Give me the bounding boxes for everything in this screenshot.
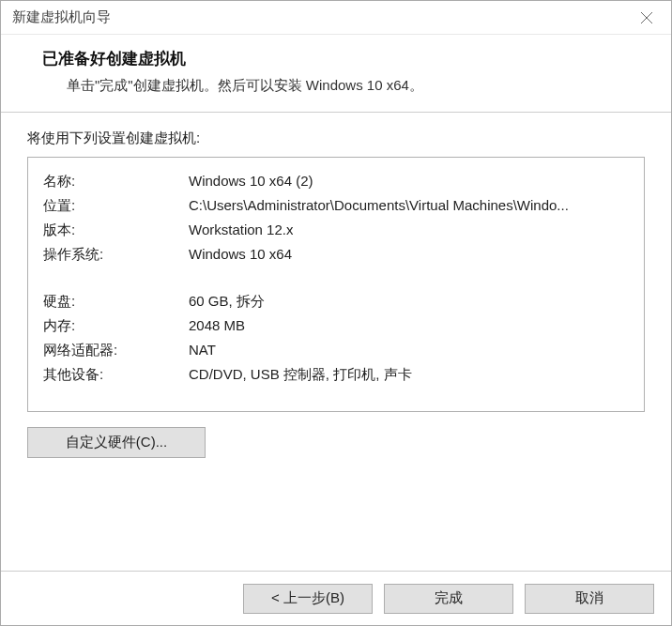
summary-box: 名称: Windows 10 x64 (2) 位置: C:\Users\Admi… bbox=[27, 157, 645, 412]
row-version: 版本: Workstation 12.x bbox=[43, 218, 629, 242]
window-title: 新建虚拟机向导 bbox=[12, 8, 111, 26]
os-value: Windows 10 x64 bbox=[189, 242, 292, 267]
customize-row: 自定义硬件(C)... bbox=[27, 427, 645, 458]
header-area: 已准备好创建虚拟机 单击"完成"创建虚拟机。然后可以安装 Windows 10 … bbox=[1, 35, 671, 113]
titlebar: 新建虚拟机向导 bbox=[1, 1, 671, 35]
close-icon[interactable] bbox=[632, 3, 662, 33]
network-label: 网络适配器: bbox=[43, 338, 189, 362]
other-label: 其他设备: bbox=[43, 362, 189, 387]
customize-hardware-button[interactable]: 自定义硬件(C)... bbox=[27, 427, 206, 458]
location-value: C:\Users\Administrator\Documents\Virtual… bbox=[189, 193, 569, 218]
row-location: 位置: C:\Users\Administrator\Documents\Vir… bbox=[43, 193, 629, 218]
content-area: 将使用下列设置创建虚拟机: 名称: Windows 10 x64 (2) 位置:… bbox=[1, 113, 671, 571]
row-other: 其他设备: CD/DVD, USB 控制器, 打印机, 声卡 bbox=[43, 362, 629, 387]
row-name: 名称: Windows 10 x64 (2) bbox=[43, 169, 629, 193]
finish-button[interactable]: 完成 bbox=[384, 584, 513, 614]
name-label: 名称: bbox=[43, 169, 189, 193]
name-value: Windows 10 x64 (2) bbox=[189, 169, 313, 193]
row-memory: 内存: 2048 MB bbox=[43, 313, 629, 338]
footer: < 上一步(B) 完成 取消 bbox=[1, 571, 671, 625]
memory-value: 2048 MB bbox=[189, 313, 245, 338]
row-os: 操作系统: Windows 10 x64 bbox=[43, 242, 629, 267]
os-label: 操作系统: bbox=[43, 242, 189, 267]
page-subtitle: 单击"完成"创建虚拟机。然后可以安装 Windows 10 x64。 bbox=[67, 77, 643, 95]
version-value: Workstation 12.x bbox=[189, 218, 293, 242]
row-network: 网络适配器: NAT bbox=[43, 338, 629, 362]
location-label: 位置: bbox=[43, 193, 189, 218]
memory-label: 内存: bbox=[43, 313, 189, 338]
version-label: 版本: bbox=[43, 218, 189, 242]
row-disk: 硬盘: 60 GB, 拆分 bbox=[43, 289, 629, 313]
cancel-button[interactable]: 取消 bbox=[525, 584, 654, 614]
back-button[interactable]: < 上一步(B) bbox=[243, 584, 373, 614]
dialog-window: 新建虚拟机向导 已准备好创建虚拟机 单击"完成"创建虚拟机。然后可以安装 Win… bbox=[0, 0, 672, 626]
other-value: CD/DVD, USB 控制器, 打印机, 声卡 bbox=[189, 362, 412, 387]
disk-value: 60 GB, 拆分 bbox=[189, 289, 265, 313]
network-value: NAT bbox=[189, 338, 216, 362]
disk-label: 硬盘: bbox=[43, 289, 189, 313]
intro-text: 将使用下列设置创建虚拟机: bbox=[27, 130, 645, 147]
page-title: 已准备好创建虚拟机 bbox=[42, 48, 643, 69]
